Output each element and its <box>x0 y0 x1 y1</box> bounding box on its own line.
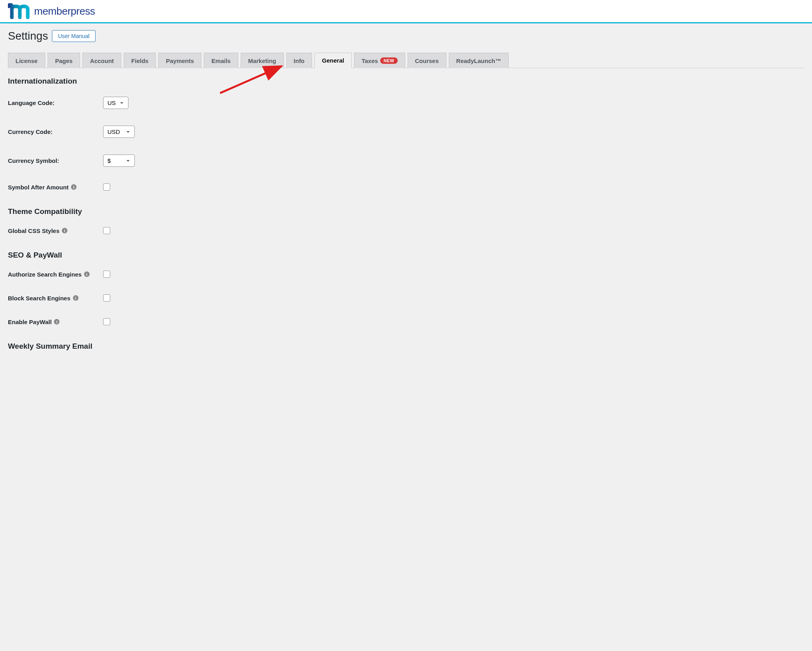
tab-label: Account <box>90 57 114 64</box>
symbol-after-amount-row: Symbol After Amount i <box>8 183 804 191</box>
enable-paywall-label: Enable PayWall i <box>8 319 103 325</box>
info-icon[interactable]: i <box>73 295 79 301</box>
enable-paywall-checkbox[interactable] <box>103 318 110 325</box>
authorize-search-label: Authorize Search Engines i <box>8 271 103 278</box>
section-seo-paywall-heading: SEO & PayWall <box>8 251 804 260</box>
info-icon[interactable]: i <box>71 184 77 190</box>
section-weekly-summary-heading: Weekly Summary Email <box>8 342 804 351</box>
new-badge: NEW <box>380 57 397 64</box>
tab-fields[interactable]: Fields <box>124 53 156 68</box>
tab-emails[interactable]: Emails <box>204 53 238 68</box>
info-icon[interactable]: i <box>54 319 59 325</box>
tab-label: Courses <box>415 57 439 64</box>
tab-label: Marketing <box>248 57 276 64</box>
enable-paywall-row: Enable PayWall i <box>8 318 804 325</box>
authorize-search-row: Authorize Search Engines i <box>8 271 804 278</box>
tab-label: Fields <box>131 57 148 64</box>
tab-label: Payments <box>166 57 194 64</box>
global-css-checkbox[interactable] <box>103 227 110 234</box>
currency-symbol-label: Currency Symbol: <box>8 157 103 164</box>
language-code-select[interactable]: US <box>103 97 128 109</box>
page-title: Settings <box>8 30 48 42</box>
tab-account[interactable]: Account <box>82 53 121 68</box>
tab-readylaunch[interactable]: ReadyLaunch™ <box>449 53 509 68</box>
global-css-label: Global CSS Styles i <box>8 227 103 234</box>
tab-taxes[interactable]: TaxesNEW <box>354 53 405 68</box>
tab-label: Info <box>294 57 305 64</box>
main-content: Settings User Manual LicensePagesAccount… <box>0 23 812 378</box>
block-search-label: Block Search Engines i <box>8 295 103 302</box>
tab-pages[interactable]: Pages <box>48 53 80 68</box>
brand-text: memberpress <box>34 5 95 17</box>
currency-symbol-row: Currency Symbol: $ <box>8 155 804 167</box>
currency-symbol-select[interactable]: $ <box>103 155 135 167</box>
symbol-after-amount-checkbox[interactable] <box>103 183 110 191</box>
authorize-search-checkbox[interactable] <box>103 271 110 278</box>
block-search-checkbox[interactable] <box>103 294 110 302</box>
app-header: memberpress <box>0 0 812 23</box>
tab-label: ReadyLaunch™ <box>456 57 501 64</box>
brand-logo: memberpress <box>8 3 812 22</box>
tab-courses[interactable]: Courses <box>408 53 446 68</box>
section-internationalization-heading: Internationalization <box>8 77 804 86</box>
title-row: Settings User Manual <box>8 30 804 42</box>
tab-label: General <box>322 57 344 64</box>
user-manual-button[interactable]: User Manual <box>52 30 95 42</box>
currency-code-label: Currency Code: <box>8 128 103 135</box>
tab-marketing[interactable]: Marketing <box>241 53 284 68</box>
symbol-after-amount-label: Symbol After Amount i <box>8 184 103 191</box>
settings-tabs: LicensePagesAccountFieldsPaymentsEmailsM… <box>8 53 804 68</box>
tab-general[interactable]: General <box>314 53 352 68</box>
memberpress-logo-icon <box>8 3 31 19</box>
section-theme-compatibility-heading: Theme Compatibility <box>8 207 804 216</box>
tab-license[interactable]: License <box>8 53 45 68</box>
currency-code-row: Currency Code: USD <box>8 126 804 138</box>
global-css-row: Global CSS Styles i <box>8 227 804 234</box>
tab-label: Emails <box>211 57 230 64</box>
currency-code-select[interactable]: USD <box>103 126 135 138</box>
language-code-label: Language Code: <box>8 99 103 106</box>
tab-label: Taxes <box>362 57 378 64</box>
tab-label: Pages <box>55 57 73 64</box>
language-code-row: Language Code: US <box>8 97 804 109</box>
info-icon[interactable]: i <box>62 228 67 233</box>
tab-payments[interactable]: Payments <box>158 53 201 68</box>
tab-info[interactable]: Info <box>286 53 312 68</box>
block-search-row: Block Search Engines i <box>8 294 804 302</box>
info-icon[interactable]: i <box>84 271 90 277</box>
tab-label: License <box>15 57 38 64</box>
